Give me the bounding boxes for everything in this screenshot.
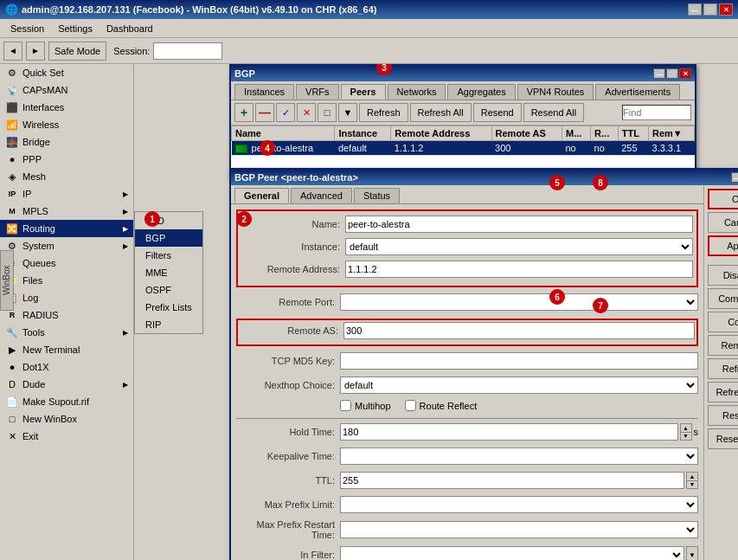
multihop-checkbox[interactable]: Multihop — [340, 400, 391, 411]
hold-time-input[interactable] — [340, 423, 678, 441]
ok-btn[interactable]: OK — [708, 189, 738, 209]
disable-btn[interactable]: Disable — [708, 265, 738, 286]
tab-vpn4-routes[interactable]: VPN4 Routes — [517, 84, 594, 100]
tab-peers[interactable]: Peers — [341, 84, 386, 100]
peer-tab-general[interactable]: General — [234, 188, 289, 203]
peer-tab-status[interactable]: Status — [354, 188, 400, 203]
sidebar-item-files[interactable]: 📁 Files — [0, 272, 133, 289]
apply-btn[interactable]: Apply — [708, 235, 738, 256]
col-instance[interactable]: Instance — [335, 126, 391, 141]
resend-all-right-btn[interactable]: Resend All — [708, 428, 738, 449]
sidebar-item-capsman[interactable]: 📡 CAPsMAN — [0, 81, 133, 99]
bgp-close[interactable]: ✕ — [679, 68, 691, 79]
instance-select[interactable]: default — [345, 238, 693, 255]
sidebar-item-queues[interactable]: ≡ Queues — [0, 254, 133, 272]
peer-tab-advanced[interactable]: Advanced — [291, 188, 352, 203]
safe-mode-btn[interactable]: Safe Mode — [48, 42, 106, 61]
nexthop-select[interactable]: default — [340, 377, 698, 394]
submenu-ospf[interactable]: OSPF — [135, 281, 202, 299]
sidebar-item-ppp[interactable]: ● PPP — [0, 151, 133, 168]
copy-peer-btn[interactable]: □ — [318, 103, 337, 122]
refresh-right-btn[interactable]: Refresh — [708, 358, 738, 379]
submenu-mme[interactable]: MME — [135, 264, 202, 281]
sidebar-item-bridge[interactable]: 🌉 Bridge — [0, 133, 133, 151]
col-ttl[interactable]: TTL — [618, 126, 648, 141]
resend-btn[interactable]: Resend — [473, 103, 522, 122]
sidebar-item-radius[interactable]: R RADIUS — [0, 306, 133, 324]
add-peer-btn[interactable]: + — [234, 103, 253, 122]
tab-networks[interactable]: Networks — [388, 84, 446, 100]
ttl-up[interactable]: ▲ — [687, 473, 697, 481]
submenu-bfd[interactable]: BFD — [135, 212, 202, 229]
filter-btn[interactable]: ▼ — [338, 103, 357, 122]
sidebar-item-interfaces[interactable]: ⬛ Interfaces — [0, 99, 133, 116]
bgp-minimize[interactable]: — — [653, 68, 665, 79]
peer-row[interactable]: peer-to-alestra default 1.1.1.2 300 no n… — [232, 141, 695, 156]
sidebar-item-make-supout[interactable]: 📄 Make Supout.rif — [0, 393, 133, 410]
in-filter-select[interactable] — [340, 546, 684, 560]
tab-advertisements[interactable]: Advertisements — [595, 84, 680, 100]
minimize-btn[interactable]: — — [688, 3, 702, 16]
remote-address-input[interactable] — [345, 261, 693, 278]
col-remote-address[interactable]: Remote Address — [391, 126, 491, 141]
sidebar-item-system[interactable]: ⚙ System ▶ — [0, 237, 133, 254]
refresh-btn[interactable]: Refresh — [359, 103, 408, 122]
disable-peer-btn[interactable]: ✕ — [297, 103, 316, 122]
keepalive-select[interactable] — [340, 447, 698, 465]
submenu-prefix-lists[interactable]: Prefix Lists — [135, 299, 202, 316]
multihop-input[interactable] — [340, 400, 351, 411]
sidebar-item-new-winbox[interactable]: □ New WinBox — [0, 410, 133, 428]
submenu-filters[interactable]: Filters — [135, 247, 202, 264]
copy-btn[interactable]: Copy — [708, 312, 738, 332]
forward-btn[interactable]: ► — [26, 42, 45, 61]
resend-all-btn[interactable]: Resend All — [523, 103, 585, 122]
submenu-bgp[interactable]: BGP — [135, 229, 202, 247]
route-reflect-checkbox[interactable]: Route Reflect — [405, 400, 478, 411]
col-remote-as[interactable]: Remote AS — [491, 126, 562, 141]
route-reflect-input[interactable] — [405, 400, 416, 411]
sidebar-item-dude[interactable]: D Dude ▶ — [0, 376, 133, 393]
resend-right-btn[interactable]: Resend — [708, 405, 738, 426]
sidebar-item-mpls[interactable]: M MPLS ▶ — [0, 203, 133, 220]
sidebar-item-mesh[interactable]: ◈ Mesh — [0, 168, 133, 185]
hold-time-down[interactable]: ▼ — [681, 433, 691, 441]
col-m[interactable]: M... — [562, 126, 590, 141]
submenu-rip[interactable]: RIP — [135, 316, 202, 333]
comment-btn[interactable]: Comment — [708, 288, 738, 309]
col-rem[interactable]: Rem▼ — [649, 126, 695, 141]
remove-peer-btn[interactable]: — — [255, 103, 274, 122]
sidebar-item-exit[interactable]: ✕ Exit — [0, 428, 133, 445]
close-btn[interactable]: ✕ — [719, 3, 733, 16]
tab-instances[interactable]: Instances — [234, 84, 294, 100]
tab-aggregates[interactable]: Aggregates — [447, 84, 515, 100]
ttl-input[interactable] — [340, 472, 684, 489]
enable-peer-btn[interactable]: ✓ — [276, 103, 295, 122]
hold-time-up[interactable]: ▲ — [681, 424, 691, 433]
maximize-btn[interactable]: □ — [703, 3, 717, 16]
sidebar-item-quick-set[interactable]: ⚙ Quick Set — [0, 64, 133, 81]
sidebar-item-log[interactable]: 📋 Log — [0, 289, 133, 306]
back-btn[interactable]: ◄ — [3, 42, 22, 61]
sidebar-item-tools[interactable]: 🔧 Tools ▶ — [0, 324, 133, 341]
sidebar-item-dot1x[interactable]: ● Dot1X — [0, 358, 133, 376]
remote-port-select[interactable] — [340, 293, 698, 311]
ttl-down[interactable]: ▼ — [687, 481, 697, 489]
session-input[interactable] — [153, 42, 222, 60]
menu-settings[interactable]: Settings — [51, 22, 99, 35]
cancel-btn[interactable]: Cancel — [708, 212, 738, 233]
refresh-all-btn[interactable]: Refresh All — [410, 103, 472, 122]
bgp-maximize[interactable]: □ — [666, 68, 678, 79]
col-r[interactable]: R... — [591, 126, 619, 141]
menu-session[interactable]: Session — [3, 22, 51, 35]
sidebar-item-routing[interactable]: 🔀 Routing ▶ — [0, 220, 133, 237]
find-input[interactable] — [622, 105, 691, 120]
tab-vrfs[interactable]: VRFs — [296, 84, 339, 100]
peer-minimize[interactable]: — — [731, 172, 738, 183]
menu-dashboard[interactable]: Dashboard — [99, 22, 160, 35]
in-filter-down[interactable]: ▼ — [686, 546, 698, 560]
tcp-md5-input[interactable] — [340, 352, 698, 370]
remove-btn[interactable]: Remove — [708, 335, 738, 356]
sidebar-item-wireless[interactable]: 📶 Wireless — [0, 116, 133, 133]
remote-as-input[interactable] — [343, 322, 695, 339]
sidebar-item-ip[interactable]: IP IP ▶ — [0, 185, 133, 203]
